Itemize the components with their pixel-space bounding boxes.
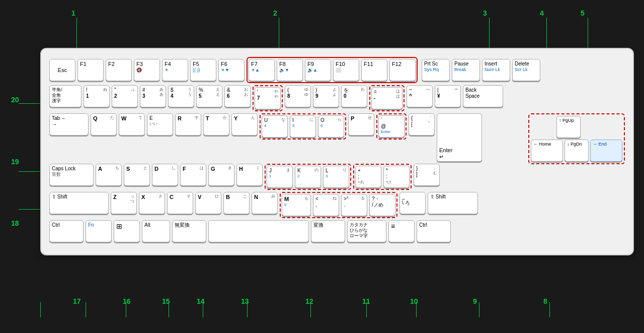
key-f6[interactable]: F6 ☀▼ — [218, 59, 245, 81]
annotation-4: 4 — [540, 9, 544, 17]
key-5[interactable]: % 5 え え — [196, 85, 222, 107]
function-key-row: Esc F1 F2 F3 🔇 F4 ☀ F5 ((·)) F6 — [49, 57, 625, 83]
key-t[interactable]: T か — [203, 113, 229, 136]
key-v[interactable]: V ひ — [195, 192, 221, 214]
annotation-2: 2 — [273, 9, 277, 17]
key-shift-left[interactable]: ⇧ Shift — [49, 192, 109, 214]
key-1[interactable]: ! 1 ぬ — [84, 85, 110, 107]
key-f[interactable]: F は — [180, 164, 206, 186]
key-backspace[interactable]: Back Space — [463, 85, 503, 107]
key-backslash[interactable]: _ \ ろ — [399, 192, 426, 214]
key-u[interactable]: U 4 な — [262, 115, 288, 138]
key-delete[interactable]: Delete Scr Lk — [512, 59, 540, 81]
key-h[interactable]: H く — [236, 164, 263, 186]
key-minus[interactable]: = - ほ ほ — [371, 87, 403, 109]
key-muhenkan[interactable]: 無変換 — [172, 220, 206, 242]
key-bracket-l[interactable]: { [ 「 ° — [409, 113, 435, 136]
key-minus-group: = - ほ ほ — [369, 85, 405, 111]
key-f7[interactable]: F7 ☀▲ — [249, 59, 275, 81]
key-f5[interactable]: F5 ((·)) — [190, 59, 216, 81]
key-windows[interactable]: ⊞ — [114, 220, 140, 242]
key-q[interactable]: Q た — [91, 113, 117, 136]
key-yen[interactable]: | ¥ ー — [435, 85, 461, 107]
key-pgdn[interactable]: ↓ PgDn — [565, 140, 589, 162]
semi-group: + ; +れ * : *け — [353, 164, 412, 190]
key-bracket-r[interactable]: } ] 」 む — [414, 164, 440, 186]
key-end[interactable]: → End — [590, 140, 622, 162]
key-caret[interactable]: ~ ^ へ — [407, 85, 433, 107]
key-y[interactable]: Y ん — [231, 113, 258, 136]
key-j[interactable]: J 1 ま — [267, 166, 293, 188]
key-ctrl-left[interactable]: Ctrl — [49, 220, 84, 242]
key-period[interactable]: >° . る — [341, 194, 367, 216]
key-7[interactable]: ' 7 や や — [255, 87, 281, 109]
key-x[interactable]: X さ — [139, 192, 165, 214]
annotation-19: 19 — [11, 158, 19, 166]
key-colon[interactable]: * : *け — [383, 166, 410, 188]
key-z[interactable]: Z っつ — [111, 192, 137, 214]
key-f8[interactable]: F8 🔈▼ — [277, 59, 303, 81]
key-katakana[interactable]: カタカナ ひらがな ローマ字 — [347, 220, 386, 242]
key-g[interactable]: G き — [208, 164, 234, 186]
key-0[interactable]: を 0 わ — [341, 85, 367, 107]
key-w[interactable]: W て — [119, 113, 145, 136]
key-shift-right[interactable]: ⇧ Shift — [428, 192, 478, 214]
key-menu[interactable]: ≡ — [388, 220, 415, 242]
key-caps-lock[interactable]: Caps Lock 英数 — [49, 164, 94, 186]
key-f3[interactable]: F3 🔇 — [134, 59, 160, 81]
key-prtsc[interactable]: Prt Sc Sys Rq — [422, 59, 450, 81]
key-henkan[interactable]: 変換 — [311, 220, 345, 242]
j-group: J 1 ま K 2 の — [265, 164, 351, 190]
key-esc[interactable]: Esc — [49, 59, 75, 81]
key-9[interactable]: ) 9 よ よ — [313, 85, 339, 107]
key-ctrl-right[interactable]: Ctrl — [417, 220, 451, 242]
key-s[interactable]: S と — [124, 164, 150, 186]
key-r[interactable]: R す — [175, 113, 201, 136]
key-f10[interactable]: F10 ⬜ — [333, 59, 359, 81]
key-i[interactable]: I 5 に — [290, 115, 316, 138]
key-space[interactable] — [208, 220, 309, 242]
key-tab[interactable]: Tab ← → — [49, 113, 89, 136]
key-m[interactable]: M 0 も — [282, 194, 311, 216]
key-at[interactable]: ` @ Enter ゛゜ — [378, 115, 405, 138]
key-c[interactable]: C そ — [167, 192, 193, 214]
key-k[interactable]: K 2 の — [295, 166, 321, 188]
key-p[interactable]: P せ — [348, 113, 374, 136]
key-hankaku[interactable]: 半角/ 全角 漢字 — [49, 85, 82, 107]
key-l[interactable]: L 3 り — [323, 166, 349, 188]
key-d[interactable]: D し — [152, 164, 178, 186]
annotation-9: 9 — [473, 297, 477, 305]
key-f9[interactable]: F9 🔊▲ — [305, 59, 331, 81]
annotation-3: 3 — [483, 9, 487, 17]
key-pgup[interactable]: ↑ PgUp — [556, 116, 581, 138]
key-3[interactable]: # 3 あ あ — [140, 85, 166, 107]
key-comma[interactable]: < , ね — [313, 194, 339, 216]
key-f1[interactable]: F1 — [77, 59, 104, 81]
number-row: 半角/ 全角 漢字 ! 1 ぬ — [49, 85, 524, 111]
key-pause[interactable]: Pause Break — [452, 59, 480, 81]
key-fn[interactable]: Fn — [86, 220, 112, 242]
key-e[interactable]: E いい — [147, 113, 173, 136]
spacer-arrow — [531, 116, 555, 138]
arrow-cluster: ↑ PgUp ← Home ↓ PgDn → End — [528, 113, 625, 164]
key-home[interactable]: ← Home — [531, 140, 563, 162]
key-slash[interactable]: ?・ /ノめ — [369, 194, 395, 216]
key-4[interactable]: $ 4 う う — [168, 85, 194, 107]
annotation-16: 16 — [123, 297, 131, 305]
key-8[interactable]: ( 8 ゆ ゆ — [285, 85, 311, 107]
key-alt[interactable]: Alt — [142, 220, 170, 242]
key-o[interactable]: O 6 ら — [318, 115, 344, 138]
key-a[interactable]: A ち — [96, 164, 122, 186]
key-f2[interactable]: F2 — [106, 59, 132, 81]
key-f4[interactable]: F4 ☀ — [162, 59, 188, 81]
key-semicolon[interactable]: + ; +れ — [355, 166, 381, 188]
key-b[interactable]: B こ — [223, 192, 250, 214]
f7-f12-group: F7 ☀▲ F8 🔈▼ F9 🔊▲ F10 ⬜ F11 F12 — [247, 57, 418, 83]
key-n[interactable]: N み — [252, 192, 278, 214]
key-enter[interactable]: Enter ↵ — [437, 113, 482, 162]
key-2[interactable]: " 2 ふ — [112, 85, 138, 107]
key-6[interactable]: & 6 お お — [224, 85, 251, 107]
key-f12[interactable]: F12 — [389, 59, 416, 81]
key-insert[interactable]: Insert Num Lk — [482, 59, 510, 81]
key-f11[interactable]: F11 — [361, 59, 387, 81]
